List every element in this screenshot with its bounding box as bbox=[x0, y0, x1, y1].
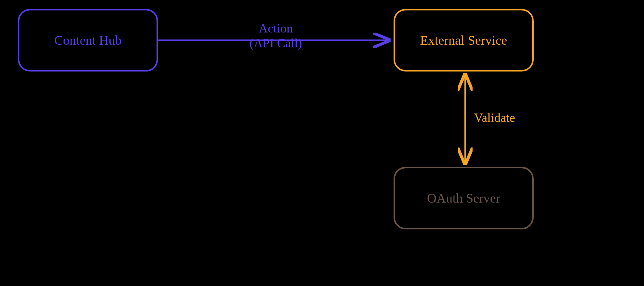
node-oauth-server: OAuth Server bbox=[394, 167, 534, 229]
arrow-validate bbox=[459, 72, 471, 167]
edge-label-text: Validate bbox=[474, 111, 515, 125]
edge-label-line2: (API Call) bbox=[236, 36, 316, 51]
node-external-service: External Service bbox=[394, 9, 534, 72]
edge-label-line1: Action bbox=[236, 21, 316, 36]
node-label: External Service bbox=[420, 33, 507, 48]
node-label: OAuth Server bbox=[427, 191, 500, 206]
edge-label-action: Action (API Call) bbox=[236, 21, 316, 51]
node-label: Content Hub bbox=[54, 33, 122, 48]
edge-label-validate: Validate bbox=[474, 110, 534, 125]
node-content-hub: Content Hub bbox=[18, 9, 158, 72]
